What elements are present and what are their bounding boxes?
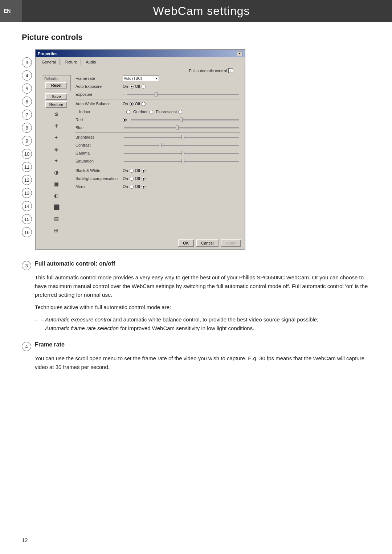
tab-audio[interactable]: Audio xyxy=(82,59,100,65)
contrast-row: Contrast xyxy=(75,142,240,148)
desc-num-4: 4 xyxy=(22,342,31,351)
header-bar: EN WebCam settings xyxy=(0,0,392,22)
desc-text-4: You can use the scroll open menu to set … xyxy=(22,354,370,372)
num-4: 4 xyxy=(22,70,32,81)
bw-row: Black & White On Off xyxy=(75,167,240,174)
brightness-slider-container xyxy=(123,137,240,138)
cancel-button[interactable]: Cancel xyxy=(196,239,219,247)
saturation-slider[interactable] xyxy=(124,161,239,162)
saturation-slider-thumb xyxy=(181,159,184,163)
num-14: 14 xyxy=(22,201,32,211)
num-7: 7 xyxy=(22,110,32,120)
restore-button[interactable]: Restore xyxy=(45,101,67,108)
contrast-icon: ◑ xyxy=(52,169,61,176)
divider-3 xyxy=(75,166,240,166)
brightness-row: Brightness xyxy=(75,134,240,140)
dialog-title: Properties xyxy=(38,52,57,56)
red-slider-thumb xyxy=(180,118,183,122)
outdoor-radio[interactable] xyxy=(149,110,153,114)
numbered-labels: 3 4 5 6 7 8 9 10 11 12 13 14 15 16 xyxy=(22,49,32,250)
blue-slider-container xyxy=(123,127,240,128)
framerate-label: Frame rate xyxy=(75,76,123,81)
contrast-slider-thumb xyxy=(159,143,162,147)
awb-on-radio[interactable] xyxy=(130,102,134,106)
desc-para-4-1: You can use the scroll open menu to set … xyxy=(35,354,370,372)
dialog-container: 3 4 5 6 7 8 9 10 11 12 13 14 15 16 Prope… xyxy=(22,49,370,250)
ok-button[interactable]: OK xyxy=(178,239,194,247)
num-6: 6 xyxy=(22,97,32,107)
defaults-group: Defaults Reset xyxy=(42,75,71,91)
language-badge: EN xyxy=(0,0,22,22)
full-auto-row: Full automatic control xyxy=(40,68,240,73)
fluorescent-radio[interactable] xyxy=(178,110,182,114)
full-auto-label: Full automatic control xyxy=(189,69,227,73)
page-title: WebCam settings xyxy=(33,4,392,18)
red-slider[interactable] xyxy=(131,119,239,120)
num-13: 13 xyxy=(22,188,32,198)
exposure-slider-container: · xyxy=(123,93,240,97)
awb-value: On Off xyxy=(123,102,240,106)
contrast-slider-container xyxy=(123,145,240,146)
defaults-label: Defaults xyxy=(44,77,68,81)
saturation-slider-container xyxy=(123,161,240,162)
blue-label: Blue xyxy=(75,126,123,130)
bw-label: Black & White xyxy=(75,168,123,173)
gamma-label: Gamma xyxy=(75,151,123,155)
dialog-right-panel: Frame rate Auto (TBC) ▼ Auto Exposure xyxy=(73,75,240,234)
brightness-label: Brightness xyxy=(75,135,123,139)
backlight-on-radio[interactable] xyxy=(130,177,134,181)
desc-list-3: – Automatic exposure control and automat… xyxy=(35,315,370,333)
indoor-radio[interactable] xyxy=(126,110,130,114)
mirror-value: On Off xyxy=(123,184,240,189)
backlight-off-radio[interactable] xyxy=(142,177,146,181)
framerate-select[interactable]: Auto (TBC) ▼ xyxy=(123,75,159,81)
close-button[interactable]: × xyxy=(237,51,242,56)
save-button[interactable]: Save xyxy=(45,93,67,100)
red-slider-container xyxy=(123,118,240,122)
auto-exposure-on-radio[interactable] xyxy=(130,85,134,89)
blue-slider-thumb xyxy=(176,126,179,130)
auto-exposure-value: On Off xyxy=(123,84,240,89)
apply-button[interactable]: Apply xyxy=(221,239,241,247)
blue-row: Blue xyxy=(75,124,240,131)
mirror-label: Mirror xyxy=(75,184,123,189)
desc-list-item-3-2: – Automatic frame rate selection for imp… xyxy=(35,324,370,333)
desc-heading-4: Frame rate xyxy=(35,341,65,348)
awb-off-radio[interactable] xyxy=(142,102,146,106)
desc-section-4: 4 Frame rate You can use the scroll open… xyxy=(22,341,370,372)
bw-value: On Off xyxy=(123,168,240,173)
indoor-label: Indoor xyxy=(79,110,126,114)
gamma-slider-thumb xyxy=(181,151,184,155)
backlight-value: On Off xyxy=(123,176,240,181)
red-row: Red xyxy=(75,116,240,123)
dropdown-arrow-icon: ▼ xyxy=(155,77,158,80)
reset-button[interactable]: Reset xyxy=(45,82,67,89)
gamma-slider[interactable] xyxy=(124,153,239,154)
mirror-off-radio[interactable] xyxy=(142,185,146,189)
auto-exposure-off-radio[interactable] xyxy=(142,85,146,89)
full-auto-checkbox[interactable] xyxy=(228,68,233,73)
contrast-slider[interactable] xyxy=(124,145,239,146)
brightness-slider[interactable] xyxy=(124,137,239,138)
tab-picture[interactable]: Picture xyxy=(61,59,81,65)
whitebalance-icon: ✦ xyxy=(52,134,61,141)
desc-text-3: This full automatic control mode provide… xyxy=(22,273,370,333)
mirror-row: Mirror On Off xyxy=(75,183,240,190)
auto-exposure-label: Auto Exposure xyxy=(75,84,123,89)
num-15: 15 xyxy=(22,214,32,224)
bw-on-radio[interactable] xyxy=(130,169,134,173)
section-heading: Picture controls xyxy=(22,33,370,42)
desc-header-3: 3 Full automatic control: on/off xyxy=(22,260,370,270)
blue-slider[interactable] xyxy=(124,127,239,128)
red-radio[interactable] xyxy=(123,118,127,122)
mirror-icon: ⊞ xyxy=(52,227,61,234)
bw-off-radio[interactable] xyxy=(142,169,146,173)
auto-exposure-row: Auto Exposure On Off xyxy=(75,83,240,90)
tab-general[interactable]: General xyxy=(38,59,60,65)
framerate-icon: ⚙ xyxy=(52,111,61,118)
left-icons: ⚙ ☀ ✦ ◈ ✦ ◑ ▣ ◐ ⬛ ▤ ⊞ xyxy=(52,111,61,234)
dialog-footer: OK Cancel Apply xyxy=(36,237,245,249)
exposure-slider[interactable] xyxy=(127,94,239,95)
exposure-slider-thumb xyxy=(155,92,158,97)
mirror-on-radio[interactable] xyxy=(130,185,134,189)
